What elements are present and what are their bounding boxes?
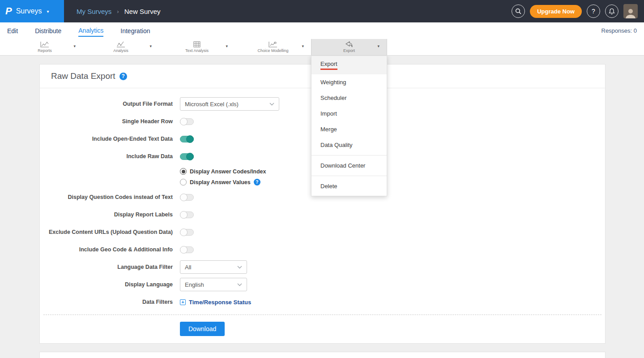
tab-analytics[interactable]: Analytics <box>78 25 103 37</box>
user-avatar[interactable] <box>623 4 638 18</box>
field-label: Include Open-Ended Text Data <box>40 136 173 142</box>
responses-count: Responses: 0 <box>601 27 637 34</box>
toolbar-item-export[interactable]: Export ▾ <box>311 39 387 55</box>
field-label: Exclude Content URLs (Upload Question Da… <box>40 229 173 235</box>
time-response-status-link[interactable]: Time/Response Status <box>180 299 251 306</box>
question-codes-toggle[interactable] <box>180 194 194 201</box>
chevron-down-icon: ▾ <box>149 44 152 48</box>
field-label: Include Geo Code & Additional Info <box>40 246 173 253</box>
select-value: English <box>185 281 204 288</box>
field-label: Output File Format <box>40 101 173 107</box>
section-tabbar: Edit Distribute Analytics Integration Re… <box>0 22 644 39</box>
breadcrumb-separator-icon: › <box>117 8 119 15</box>
select-value: Microsoft Excel (.xls) <box>185 101 239 108</box>
field-label: Data Filters <box>40 299 173 305</box>
chevron-down-icon: ▾ <box>73 44 76 48</box>
tab-edit[interactable]: Edit <box>7 26 18 36</box>
brand-label: Surveys <box>16 7 42 15</box>
toolbar-item-text-analysis[interactable]: Text Analysis ▾ <box>159 39 235 55</box>
display-language-select[interactable]: English <box>180 278 247 291</box>
toggle-knob <box>180 229 188 236</box>
geo-code-toggle[interactable] <box>180 246 194 253</box>
menu-item-label: Export <box>320 60 337 70</box>
raw-data-toggle[interactable] <box>180 153 194 160</box>
menu-item-label: Data Quality <box>320 142 353 148</box>
chevron-down-icon: ▾ <box>377 44 380 48</box>
search-icon <box>515 8 521 14</box>
topbar-actions: Upgrade Now ? <box>512 4 644 18</box>
menu-item-label: Weighting <box>320 79 346 86</box>
tab-distribute[interactable]: Distribute <box>35 26 61 36</box>
help-icon[interactable]: ? <box>254 179 260 185</box>
toggle-knob <box>180 211 188 219</box>
bell-icon <box>609 8 615 15</box>
menu-item-label: Delete <box>320 183 337 190</box>
geo-code-row: Include Geo Code & Additional Info <box>40 243 605 256</box>
choice-modelling-icon <box>269 41 277 47</box>
plus-square-icon <box>180 299 186 305</box>
filter-link-label: Time/Response Status <box>189 299 251 306</box>
chevron-down-icon: ▾ <box>302 44 304 48</box>
topbar: P Surveys ▾ My Surveys › New Survey Upgr… <box>0 0 644 22</box>
chevron-down-icon <box>237 283 242 286</box>
toolbar-item-analysis[interactable]: Analysis ▾ <box>83 39 159 55</box>
download-button[interactable]: Download <box>180 322 225 336</box>
menu-item-merge[interactable]: Merge <box>311 121 387 137</box>
upgrade-now-button[interactable]: Upgrade Now <box>530 5 582 18</box>
language-filter-select[interactable]: All <box>180 260 247 274</box>
open-ended-toggle[interactable] <box>180 136 194 142</box>
toggle-knob <box>180 246 188 254</box>
menu-divider <box>311 176 387 176</box>
export-dropdown-menu: Export Weighting Scheduler Import Merge … <box>311 56 387 196</box>
help-icon[interactable]: ? <box>119 73 127 80</box>
exclude-urls-toggle[interactable] <box>180 229 194 236</box>
tab-integration[interactable]: Integration <box>120 26 150 36</box>
menu-item-data-quality[interactable]: Data Quality <box>311 137 387 153</box>
menu-item-label: Merge <box>320 126 337 133</box>
search-button[interactable] <box>512 4 525 18</box>
data-filters-row: Data Filters Time/Response Status <box>40 295 605 309</box>
radio-answer-values[interactable]: Display Answer Values ? <box>180 179 266 185</box>
toolbar-item-reports[interactable]: Reports ▾ <box>7 39 83 55</box>
menu-item-delete[interactable]: Delete <box>311 178 387 194</box>
analytics-toolbar: Reports ▾ Analysis ▾ Text Analysis ▾ Cho… <box>0 39 644 56</box>
chevron-down-icon <box>269 103 274 106</box>
radio-answer-codes[interactable]: Display Answer Codes/Index <box>180 168 266 175</box>
help-button[interactable]: ? <box>587 4 600 18</box>
answer-display-radio-group: Display Answer Codes/Index Display Answe… <box>180 167 266 186</box>
chevron-down-icon: ▾ <box>226 44 228 48</box>
notifications-button[interactable] <box>605 4 618 18</box>
question-mark-icon: ? <box>592 8 595 15</box>
toggle-knob <box>180 118 188 125</box>
radio-label: Display Answer Values <box>190 179 251 185</box>
menu-item-import[interactable]: Import <box>311 106 387 121</box>
field-label: Language Data Filter <box>40 264 173 270</box>
menu-item-scheduler[interactable]: Scheduler <box>311 90 387 106</box>
display-language-row: Display Language English <box>40 278 605 291</box>
chevron-down-icon <box>237 266 242 269</box>
toggle-knob <box>186 135 194 143</box>
output-format-select[interactable]: Microsoft Excel (.xls) <box>180 97 279 111</box>
breadcrumb: My Surveys › New Survey <box>77 8 161 15</box>
toolbar-item-choice-modelling[interactable]: Choice Modelling ▾ <box>235 39 311 55</box>
single-header-toggle[interactable] <box>180 118 194 125</box>
radio-icon <box>180 168 187 175</box>
radio-icon <box>180 179 187 185</box>
report-labels-toggle[interactable] <box>180 211 194 218</box>
menu-item-label: Scheduler <box>320 95 347 101</box>
card-title: Raw Data Export <box>51 71 115 81</box>
exclude-urls-row: Exclude Content URLs (Upload Question Da… <box>40 225 605 239</box>
report-labels-row: Display Report Labels <box>40 208 605 221</box>
export-icon <box>345 41 353 47</box>
menu-item-download-center[interactable]: Download Center <box>311 158 387 173</box>
surveys-product-button[interactable]: P Surveys ▾ <box>0 0 64 22</box>
menu-item-export[interactable]: Export <box>311 56 387 74</box>
select-value: All <box>185 264 191 271</box>
toolbar-item-label: Export <box>343 48 355 53</box>
breadcrumb-my-surveys[interactable]: My Surveys <box>77 8 111 15</box>
menu-item-weighting[interactable]: Weighting <box>311 74 387 90</box>
field-label: Display Report Labels <box>40 211 173 218</box>
radio-label: Display Answer Codes/Index <box>190 168 266 175</box>
card-header: Charts & Analytics Export ? <box>40 352 605 358</box>
field-label: Include Raw Data <box>40 153 173 160</box>
